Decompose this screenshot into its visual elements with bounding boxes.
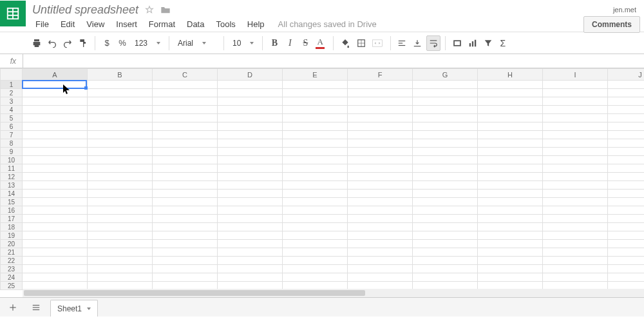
- cell[interactable]: [153, 139, 218, 148]
- cell[interactable]: [478, 122, 543, 131]
- cell[interactable]: [218, 139, 283, 148]
- cell[interactable]: [153, 173, 218, 181]
- column-header[interactable]: B: [88, 69, 153, 81]
- cell[interactable]: [543, 181, 608, 190]
- cell[interactable]: [153, 240, 218, 248]
- row-header[interactable]: 10: [1, 156, 23, 164]
- cell[interactable]: [218, 173, 283, 181]
- cell[interactable]: [218, 265, 283, 273]
- cell[interactable]: [218, 114, 283, 122]
- cell[interactable]: [283, 240, 348, 248]
- cell[interactable]: [478, 190, 543, 198]
- cell[interactable]: [348, 248, 413, 257]
- cell[interactable]: [218, 89, 283, 97]
- cell[interactable]: [88, 156, 153, 164]
- cell[interactable]: [608, 190, 645, 198]
- cell[interactable]: [543, 223, 608, 231]
- cell[interactable]: [478, 89, 543, 97]
- cell[interactable]: [608, 131, 645, 139]
- format-percent-button[interactable]: %: [115, 35, 129, 51]
- cell[interactable]: [413, 240, 478, 248]
- row-header[interactable]: 23: [1, 265, 23, 273]
- cell[interactable]: [348, 97, 413, 106]
- cell[interactable]: [543, 206, 608, 215]
- all-sheets-button[interactable]: [27, 300, 45, 315]
- cell[interactable]: [23, 215, 88, 223]
- menu-tools[interactable]: Tools: [210, 18, 241, 30]
- cell[interactable]: [218, 148, 283, 156]
- cell[interactable]: [218, 231, 283, 240]
- text-color-button[interactable]: A: [314, 35, 328, 51]
- cell[interactable]: [478, 273, 543, 282]
- cell[interactable]: [413, 164, 478, 173]
- cell[interactable]: [153, 114, 218, 122]
- cell[interactable]: [608, 156, 645, 164]
- cell[interactable]: [153, 181, 218, 190]
- cell[interactable]: [413, 81, 478, 89]
- cell[interactable]: [608, 81, 645, 89]
- cell[interactable]: [153, 231, 218, 240]
- menu-edit[interactable]: Edit: [55, 18, 80, 30]
- cell[interactable]: [478, 164, 543, 173]
- row-header[interactable]: 3: [1, 97, 23, 106]
- cell[interactable]: [413, 231, 478, 240]
- cell[interactable]: [153, 106, 218, 114]
- cell[interactable]: [283, 198, 348, 206]
- print-icon[interactable]: [30, 35, 44, 51]
- italic-button[interactable]: I: [283, 35, 297, 51]
- row-header[interactable]: 4: [1, 106, 23, 114]
- cell[interactable]: [153, 164, 218, 173]
- cell[interactable]: [478, 223, 543, 231]
- row-header[interactable]: 8: [1, 139, 23, 148]
- cell[interactable]: [413, 273, 478, 282]
- cell[interactable]: [478, 206, 543, 215]
- functions-button[interactable]: Σ: [497, 35, 511, 51]
- cell[interactable]: [218, 156, 283, 164]
- horizontal-scrollbar[interactable]: [23, 289, 644, 297]
- cell[interactable]: [23, 273, 88, 282]
- sheets-logo[interactable]: [0, 1, 26, 26]
- cell[interactable]: [543, 248, 608, 257]
- select-all-corner[interactable]: [1, 69, 23, 81]
- cell[interactable]: [348, 265, 413, 273]
- cell[interactable]: [413, 215, 478, 223]
- cell[interactable]: [543, 173, 608, 181]
- cell[interactable]: [283, 81, 348, 89]
- sheet-tab[interactable]: Sheet1: [50, 300, 98, 317]
- cell[interactable]: [543, 89, 608, 97]
- cell[interactable]: [543, 190, 608, 198]
- cell[interactable]: [88, 131, 153, 139]
- cell[interactable]: [543, 240, 608, 248]
- cell[interactable]: [23, 198, 88, 206]
- cell[interactable]: [478, 114, 543, 122]
- cell[interactable]: [23, 240, 88, 248]
- cell[interactable]: [608, 265, 645, 273]
- cell[interactable]: [218, 181, 283, 190]
- cell[interactable]: [153, 223, 218, 231]
- row-header[interactable]: 18: [1, 223, 23, 231]
- column-header[interactable]: F: [348, 69, 413, 81]
- cell[interactable]: [348, 190, 413, 198]
- cell[interactable]: [23, 257, 88, 265]
- cell[interactable]: [608, 273, 645, 282]
- cell[interactable]: [478, 231, 543, 240]
- cell[interactable]: [413, 265, 478, 273]
- cell[interactable]: [23, 156, 88, 164]
- cell[interactable]: [23, 97, 88, 106]
- cell[interactable]: [153, 97, 218, 106]
- cell[interactable]: [283, 215, 348, 223]
- cell[interactable]: [413, 131, 478, 139]
- cell[interactable]: [413, 114, 478, 122]
- cell[interactable]: [543, 156, 608, 164]
- cell[interactable]: [153, 215, 218, 223]
- column-header[interactable]: J: [608, 69, 645, 81]
- cell[interactable]: [608, 215, 645, 223]
- cell[interactable]: [348, 173, 413, 181]
- row-header[interactable]: 22: [1, 257, 23, 265]
- cell[interactable]: [608, 122, 645, 131]
- cell[interactable]: [23, 173, 88, 181]
- cell[interactable]: [283, 164, 348, 173]
- cell[interactable]: [608, 248, 645, 257]
- cell[interactable]: [543, 148, 608, 156]
- cell[interactable]: [608, 106, 645, 114]
